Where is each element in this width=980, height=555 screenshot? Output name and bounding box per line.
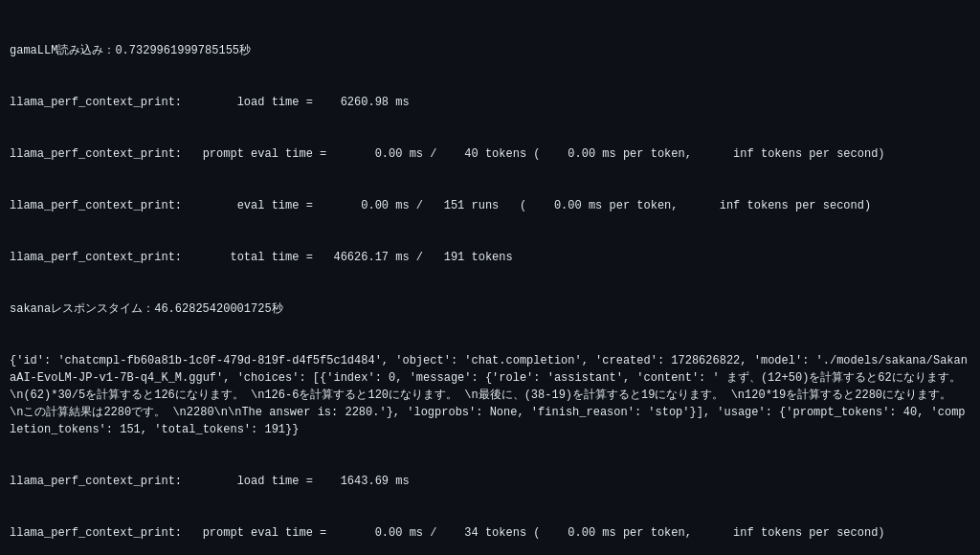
line-sakana-time: sakanaレスポンスタイム：46.62825420001725秒: [10, 300, 970, 318]
line-llama-load1: llama_perf_context_print: load time = 62…: [10, 94, 970, 111]
line-llama-prompt2: llama_perf_context_print: prompt eval ti…: [10, 524, 970, 542]
line-gama-header: gamaLLM読み込み：0.7329961999785155秒: [10, 42, 970, 59]
line-llama-eval1: llama_perf_context_print: eval time = 0.…: [10, 197, 970, 214]
terminal-content: gamaLLM読み込み：0.7329961999785155秒 llama_pe…: [10, 8, 970, 555]
terminal-window: gamaLLM読み込み：0.7329961999785155秒 llama_pe…: [10, 8, 970, 555]
line-llama-load2: llama_perf_context_print: load time = 16…: [10, 473, 970, 490]
line-llama-total1: llama_perf_context_print: total time = 4…: [10, 249, 970, 266]
line-sakana-json: {'id': 'chatcmpl-fb60a81b-1c0f-479d-819f…: [10, 352, 970, 438]
line-llama-prompt1: llama_perf_context_print: prompt eval ti…: [10, 145, 970, 163]
